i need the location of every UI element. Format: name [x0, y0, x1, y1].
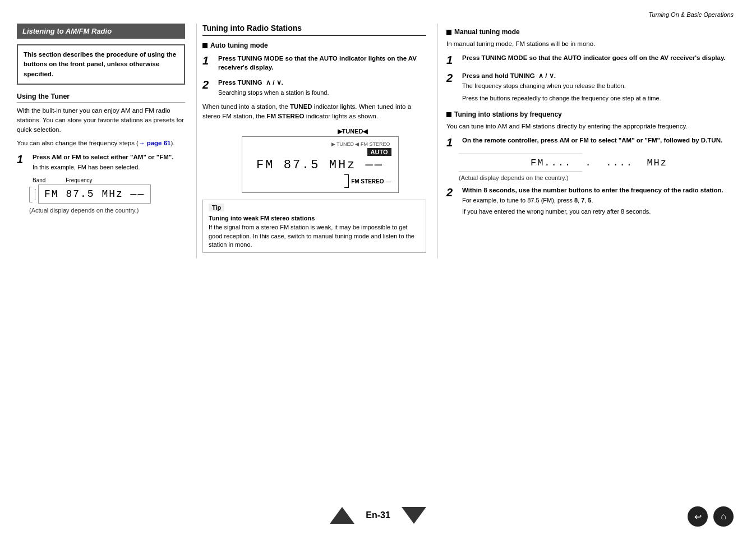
right-step-number-a: 1 — [446, 136, 459, 149]
middle-step-title-2: Press TUNING ∧ / ∨. — [218, 78, 426, 87]
back-icon: ↩ — [694, 511, 702, 522]
fm-stereo-label: FM STEREO — [351, 178, 384, 185]
middle-step-number-1: 1 — [202, 54, 215, 73]
auto-tuning-heading: Auto tuning mode — [202, 41, 426, 49]
right-step-title-1: Press TUNING MODE so that the AUTO indic… — [462, 53, 739, 62]
black-square-icon — [202, 43, 208, 48]
manual-tuning-label: Manual tuning mode — [454, 28, 520, 36]
page-container: Turning On & Basic Operations Listening … — [0, 0, 756, 535]
middle-column: Tuning into Radio Stations Auto tuning m… — [196, 24, 437, 259]
using-tuner-body2: You can also change the frequency steps … — [17, 139, 185, 148]
manual-tuning-body: In manual tuning mode, FM stations will … — [446, 39, 739, 49]
left-column: Listening to AM/FM Radio This section de… — [17, 24, 196, 259]
info-box-text: This section describes the procedure of … — [24, 51, 176, 77]
freq-display-caption: (Actual display depends on the country.) — [459, 174, 739, 181]
using-tuner-heading: Using the Tuner — [17, 93, 185, 103]
home-icon: ⌂ — [721, 511, 726, 522]
right-step-1: 1 Press TUNING MODE so that the AUTO ind… — [446, 53, 739, 67]
main-layout: Listening to AM/FM Radio This section de… — [17, 24, 739, 259]
right-step-a: 1 On the remote controller, press AM or … — [446, 136, 739, 149]
freq-by-freq-body: You can tune into AM and FM stations dir… — [446, 122, 739, 131]
info-box: This section describes the procedure of … — [17, 44, 185, 85]
middle-step-number-2: 2 — [202, 78, 215, 97]
black-square-icon-freq — [446, 112, 451, 117]
right-step-b: 2 Within 8 seconds, use the number butto… — [446, 186, 739, 216]
tuning-display-box: ▶ TUNED ◀ FM STEREO AUTO FM 87.5 MHz —— … — [242, 136, 399, 193]
auto-badge: AUTO — [367, 148, 391, 156]
frequency-display-wrapper: Band Frequency FM 87.5 MHz —— — [29, 177, 185, 204]
display-caption: (Actual display depends on the country.) — [29, 207, 185, 214]
freq-display-small: FM.... . .... MHz — [525, 155, 673, 170]
tuned-label: ▶TUNED◀ — [338, 128, 368, 135]
right-step-title-a: On the remote controller, press AM or FM… — [462, 136, 739, 145]
middle-step-1: 1 Press TUNING MODE so that the AUTO ind… — [202, 54, 426, 73]
freq-by-freq-heading: Tuning into stations by frequency — [446, 110, 739, 118]
right-step-body-bb: If you have entered the wrong number, yo… — [462, 207, 739, 216]
page-header: Turning On & Basic Operations — [17, 11, 739, 18]
middle-step-2: 2 Press TUNING ∧ / ∨. Searching stops wh… — [202, 78, 426, 97]
right-step-content-2: Press and hold TUNING ∧ / ∨. The frequen… — [462, 71, 739, 103]
right-column: Manual tuning mode In manual tuning mode… — [437, 24, 739, 259]
middle-section-title: Tuning into Radio Stations — [202, 24, 426, 36]
tip-subtitle: Tuning into weak FM stereo stations — [209, 215, 420, 222]
right-step-body-ba: For example, to tune to 87.5 (FM), press… — [462, 196, 739, 205]
step-number-1: 1 — [17, 153, 29, 172]
right-step-content-b: Within 8 seconds, use the number buttons… — [462, 186, 739, 216]
header-title: Turning On & Basic Operations — [649, 11, 734, 18]
right-step-2: 2 Press and hold TUNING ∧ / ∨. The frequ… — [446, 71, 739, 103]
right-step-body-2a: The frequency stops changing when you re… — [462, 82, 739, 90]
back-button[interactable]: ↩ — [688, 506, 708, 527]
right-step-body-2b: Press the buttons repeatedly to change t… — [462, 94, 739, 103]
step-content-1: Press AM or FM to select either "AM" or … — [33, 153, 185, 172]
tip-box: Tip Tuning into weak FM stereo stations … — [202, 200, 426, 253]
middle-step-body-2: Searching stops when a station is found. — [218, 89, 426, 97]
prev-page-button[interactable] — [330, 507, 354, 524]
using-tuner-body1: With the built-in tuner you can enjoy AM… — [17, 106, 185, 135]
band-label: Band — [33, 177, 45, 183]
step-title-1: Press AM or FM to select either "AM" or … — [33, 153, 185, 162]
tuned-indicator-text: When tuned into a station, the TUNED ind… — [202, 102, 426, 122]
freq-by-freq-label: Tuning into stations by frequency — [454, 110, 562, 118]
manual-tuning-heading: Manual tuning mode — [446, 28, 739, 36]
right-step-title-b: Within 8 seconds, use the number buttons… — [462, 186, 739, 195]
right-step-content-a: On the remote controller, press AM or FM… — [462, 136, 739, 149]
tip-title: Tip — [209, 204, 224, 211]
left-step-1: 1 Press AM or FM to select either "AM" o… — [17, 153, 185, 172]
auto-tuning-label: Auto tuning mode — [210, 41, 268, 49]
footer-icons: ↩ ⌂ — [688, 506, 734, 527]
page-link[interactable]: → page 61 — [139, 140, 171, 146]
home-button[interactable]: ⌂ — [713, 506, 734, 527]
black-square-icon-manual — [446, 30, 451, 35]
frequency-label: Frequency — [66, 177, 92, 183]
page-number: En-31 — [366, 510, 390, 520]
right-step-number-2: 2 — [446, 71, 459, 103]
next-page-button[interactable] — [402, 507, 426, 524]
middle-step-title-1: Press TUNING MODE so that the AUTO indic… — [218, 54, 426, 72]
right-step-title-2: Press and hold TUNING ∧ / ∨. — [462, 71, 739, 80]
right-step-number-1: 1 — [446, 53, 459, 67]
tuning-display: ▶TUNED◀ ▶ TUNED ◀ FM STEREO AUTO FM 87.5… — [242, 128, 388, 193]
middle-step-content-2: Press TUNING ∧ / ∨. Searching stops when… — [218, 78, 426, 97]
frequency-display: FM 87.5 MHz —— — [38, 185, 151, 204]
step-body-1: In this example, FM has been selected. — [33, 163, 185, 172]
middle-step-content-1: Press TUNING MODE so that the AUTO indic… — [218, 54, 426, 73]
page-footer: En-31 — [0, 507, 756, 524]
tip-body: If the signal from a stereo FM station i… — [209, 223, 420, 249]
right-step-content-1: Press TUNING MODE so that the AUTO indic… — [462, 53, 739, 67]
fm-freq-display: FM 87.5 MHz —— — [249, 158, 391, 172]
section-title: Listening to AM/FM Radio — [17, 24, 185, 39]
right-step-number-b: 2 — [446, 186, 459, 216]
